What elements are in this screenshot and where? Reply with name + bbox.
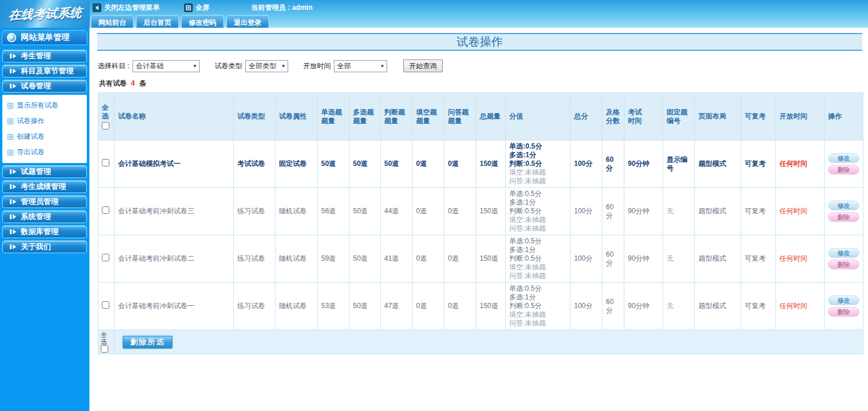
cell-paper-attr: 随机试卷	[275, 235, 318, 283]
query-button[interactable]: 开始查询	[403, 60, 443, 72]
cell-pass-score: 60分	[602, 235, 624, 283]
cell-multi-count: 50道	[350, 188, 381, 235]
play-bar-icon	[10, 214, 17, 220]
cell-single-count: 53道	[318, 283, 350, 330]
delete-button[interactable]: 删除	[828, 260, 859, 269]
paper-type-select[interactable]: 全部类型 ▼	[245, 60, 288, 72]
row-checkbox[interactable]	[102, 159, 109, 166]
header-operations: 操作	[825, 93, 863, 140]
sidebar-header: 网站菜单管理	[2, 30, 87, 45]
delete-button[interactable]: 删除	[828, 307, 859, 317]
cell-multi-count: 50道	[350, 235, 381, 283]
header-page-layout: 页面布局	[695, 93, 741, 140]
cell-paper-attr: 固定试卷	[275, 140, 318, 188]
sidebar-item-database-mgmt[interactable]: 数据库管理	[2, 225, 87, 238]
edit-button[interactable]: 修改	[828, 201, 859, 210]
cell-checkbox	[98, 283, 115, 330]
header-paper-name: 试卷名称	[115, 93, 234, 140]
cell-page-layout: 题型模式	[695, 140, 741, 188]
play-bar-icon	[10, 68, 17, 74]
cell-blank-count: 0道	[413, 283, 444, 330]
sidebar-item-question-mgmt[interactable]: 试题管理	[2, 165, 87, 178]
table-footer-row: 全选 删除所选	[98, 330, 863, 354]
subject-select[interactable]: 会计基础 ▼	[133, 60, 200, 72]
sidebar-item-label: 科目及章节管理	[21, 66, 73, 76]
delete-button[interactable]: 删除	[828, 212, 859, 222]
edit-button[interactable]: 修改	[828, 153, 859, 163]
sidebar-item-label: 试题管理	[21, 166, 51, 177]
fullscreen-icon	[184, 3, 193, 12]
select-all-checkbox[interactable]	[102, 122, 109, 129]
sidebar-item-subject-chapter-mgmt[interactable]: 科目及章节管理	[2, 65, 87, 77]
papers-table: 全选 试卷名称 试卷类型 试卷属性 单选题 题量 多选题 题量 判断题 题量 填…	[98, 92, 863, 354]
delete-button[interactable]: 删除	[828, 165, 859, 175]
delete-selected-button[interactable]: 删除所选	[123, 336, 172, 349]
result-summary: 共有试卷 4 条	[99, 79, 868, 88]
cell-checkbox	[98, 188, 115, 235]
footer-select-all-checkbox[interactable]	[101, 345, 108, 353]
edit-button[interactable]: 修改	[828, 295, 859, 305]
cell-exam-time: 90分钟	[624, 235, 663, 283]
cell-total-count: 150道	[476, 188, 506, 235]
square-bullet-icon	[8, 134, 13, 140]
open-time-select[interactable]: 全部 ▼	[334, 60, 387, 72]
header-single-count: 单选题 题量	[318, 93, 350, 140]
cell-paper-type: 练习试卷	[234, 283, 275, 330]
table-row: 会计基础模拟考试一 考试试卷 固定试卷 50道 50道 50道 0道 0道 15…	[98, 140, 863, 188]
row-checkbox[interactable]	[102, 301, 109, 309]
current-admin: 当前管理员 : admin	[251, 3, 312, 13]
cell-open-time: 任何时间	[776, 235, 825, 283]
sidebar-item-label: 试卷管理	[21, 81, 51, 91]
cell-blank-count: 0道	[413, 235, 444, 283]
fullscreen-link[interactable]: 全屏	[184, 3, 209, 13]
cell-operations: 修改 删除	[825, 188, 863, 235]
table-row: 会计基础考前冲刺试卷三 练习试卷 随机试卷 56道 50道 44道 0道 0道 …	[98, 188, 863, 235]
submenu-item-label: 显示所有试卷	[17, 101, 58, 110]
cell-pass-score: 60分	[602, 140, 624, 188]
cell-qa-count: 0道	[444, 235, 476, 283]
play-bar-icon	[10, 244, 17, 250]
summary-suffix: 条	[139, 79, 146, 87]
cell-total-score: 100分	[571, 283, 602, 330]
footer-select-all-label: 全选	[101, 331, 112, 345]
submenu-export-paper[interactable]: 导出试卷	[2, 145, 87, 160]
row-checkbox[interactable]	[102, 254, 109, 261]
sidebar-item-label: 考生管理	[21, 51, 51, 61]
admin-name: admin	[292, 3, 312, 12]
sidebar-item-paper-mgmt[interactable]: 试卷管理	[2, 80, 87, 92]
submenu-item-label: 导出试卷	[17, 147, 45, 157]
submenu-item-label: 试卷操作	[17, 116, 45, 126]
cell-score-values: 单选:0.5分 多选:1分 判断:0.5分 填空:未抽题 问答:未抽题	[506, 283, 571, 330]
admin-label: 当前管理员 :	[251, 3, 290, 12]
paper-type-select-value: 全部类型	[249, 61, 277, 71]
cell-exam-time: 90分钟	[624, 140, 663, 188]
cell-total-score: 100分	[571, 188, 602, 235]
submenu-paper-operations[interactable]: 试卷操作	[2, 113, 87, 129]
play-bar-icon	[10, 184, 17, 190]
sidebar-item-score-mgmt[interactable]: 考生成绩管理	[2, 180, 87, 193]
cell-score-values: 单选:0.5分 多选:1分 判断:0.5分 填空:未抽题 问答:未抽题	[506, 188, 571, 235]
cell-exam-time: 90分钟	[624, 188, 663, 235]
sidebar-header-label: 网站菜单管理	[21, 32, 69, 43]
cell-total-score: 100分	[571, 235, 602, 283]
cell-judge-count: 47道	[381, 283, 413, 330]
submenu-show-all-papers[interactable]: 显示所有试卷	[2, 98, 87, 113]
row-checkbox[interactable]	[102, 206, 109, 214]
cell-multi-count: 50道	[350, 140, 381, 188]
header-paper-attr: 试卷属性	[275, 93, 318, 140]
sidebar-item-system-mgmt[interactable]: 系统管理	[2, 210, 87, 223]
sidebar-item-about-us[interactable]: 关于我们	[2, 240, 87, 253]
cell-total-count: 150道	[476, 235, 506, 283]
header-total-count: 总题量	[476, 93, 506, 140]
submenu-create-paper[interactable]: 创建试卷	[2, 129, 87, 145]
sidebar-item-label: 关于我们	[21, 242, 51, 252]
top-links: 关闭左边管理菜单 全屏 当前管理员 : admin	[93, 0, 312, 15]
close-left-menu-link[interactable]: 关闭左边管理菜单	[93, 3, 160, 13]
header-pass-score: 及格 分数	[602, 93, 624, 140]
sidebar-item-admin-mgmt[interactable]: 管理员管理	[2, 195, 87, 208]
header-judge-count: 判断题 题量	[381, 93, 413, 140]
sidebar-item-examinee-mgmt[interactable]: 考生管理	[2, 50, 87, 62]
close-left-menu-label: 关闭左边管理菜单	[104, 3, 160, 13]
edit-button[interactable]: 修改	[828, 248, 859, 258]
summary-prefix: 共有试卷	[99, 79, 127, 87]
